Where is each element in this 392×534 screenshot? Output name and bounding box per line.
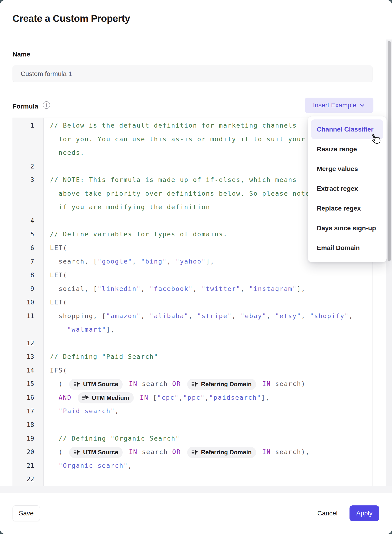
code-string: "bing" — [141, 258, 167, 265]
code-text: , — [241, 285, 249, 292]
code-comment: // Below is the default definition for m… — [50, 122, 297, 129]
create-custom-property-modal: Create a Custom Property Name Formula i … — [0, 0, 392, 534]
code-text: , — [301, 312, 310, 320]
code-string: "facebook" — [149, 285, 193, 292]
code-keyword: AND — [50, 394, 76, 401]
code-row: // Defining "Organic Search" — [50, 432, 372, 445]
code-string: "alibaba" — [149, 312, 189, 320]
code-keyword: IN — [258, 380, 271, 387]
code-text: , — [349, 312, 353, 320]
code-comment: // Defining "Paid Search" — [50, 353, 158, 360]
code-text: IFS( — [50, 367, 67, 374]
name-input[interactable] — [13, 66, 373, 82]
code-row: ( UTM Source IN search OR Referring Doma… — [50, 377, 372, 391]
property-chip[interactable]: UTM Source — [69, 447, 123, 458]
info-icon[interactable]: i — [43, 101, 50, 109]
code-keyword: OR — [172, 448, 185, 455]
code-keyword: OR — [172, 380, 185, 387]
property-chip[interactable]: Referring Domain — [187, 379, 256, 390]
menu-item-merge-values[interactable]: Merge values — [311, 159, 383, 179]
insert-example-button[interactable]: Insert Example — [305, 98, 373, 113]
name-label: Name — [13, 51, 30, 58]
code-string: "shopify" — [310, 312, 349, 320]
line-number: 15 — [13, 377, 43, 391]
menu-item-extract-regex[interactable]: Extract regex — [311, 179, 383, 198]
code-comment: if you are modifying the definition — [50, 203, 210, 211]
code-text: search) — [271, 380, 306, 387]
property-type-icon — [191, 449, 199, 455]
line-number: 16 — [13, 391, 43, 405]
property-type-icon — [74, 381, 81, 387]
line-number: 13 — [13, 350, 43, 364]
code-text: ( — [50, 448, 67, 455]
code-keyword: IN — [258, 448, 271, 455]
line-number: 17 — [13, 405, 43, 418]
property-type-icon — [191, 381, 199, 387]
line-number: 12 — [13, 336, 43, 350]
page-title: Create a Custom Property — [13, 13, 130, 24]
cancel-button[interactable]: Cancel — [312, 506, 343, 521]
property-type-icon — [74, 449, 81, 455]
line-number: 18 — [13, 418, 43, 432]
code-row — [50, 418, 372, 432]
code-text: , — [205, 394, 209, 401]
insert-example-label: Insert Example — [313, 102, 356, 109]
code-string: "Organic search" — [50, 462, 128, 469]
chevron-down-icon — [359, 103, 365, 108]
code-row: LET( — [50, 268, 372, 282]
code-comment: // NOTE: This formula is made up of if-e… — [50, 176, 297, 183]
code-row: AND UTM Medium IN ["cpc","ppc","paidsear… — [50, 391, 372, 405]
code-text: ], — [261, 394, 270, 401]
code-text: shopping, [ — [50, 312, 106, 320]
code-text: , — [141, 312, 149, 320]
line-number: 8 — [13, 268, 43, 282]
line-number: 9 — [13, 282, 43, 296]
code-text: , — [267, 312, 275, 320]
menu-item-replace-regex[interactable]: Replace regex — [311, 198, 383, 218]
code-string: "Paid search" — [50, 407, 115, 415]
code-string: "google" — [98, 258, 132, 265]
code-text: search, [ — [50, 258, 98, 265]
menu-item-email-domain[interactable]: Email Domain — [311, 238, 383, 258]
code-string: "instagram" — [249, 285, 297, 292]
code-string: "walmart" — [67, 326, 106, 333]
property-chip[interactable]: UTM Source — [69, 379, 123, 390]
code-text: social, [ — [50, 285, 98, 292]
code-text: ], — [297, 285, 305, 292]
line-number: 14 — [13, 364, 43, 377]
code-text: search), — [271, 448, 310, 455]
save-button[interactable]: Save — [13, 506, 40, 521]
code-text: , — [132, 258, 141, 265]
formula-label: Formula — [13, 103, 38, 110]
modal-scrollbar-thumb[interactable] — [387, 41, 391, 261]
property-chip-label: UTM Source — [83, 449, 118, 456]
code-text: , — [141, 285, 149, 292]
code-row: // Defining "Paid Search" — [50, 350, 372, 364]
line-number: 22 — [13, 473, 43, 486]
code-comment: // Define variables for types of domains… — [50, 231, 228, 238]
code-text: search — [137, 380, 172, 387]
code-text: LET( — [50, 244, 67, 251]
apply-button[interactable]: Apply — [350, 506, 379, 521]
property-chip[interactable]: Referring Domain — [187, 447, 256, 458]
code-text: , — [179, 394, 183, 401]
menu-item-days-since-sign-up[interactable]: Days since sign-up — [311, 218, 383, 238]
code-text: , — [189, 312, 197, 320]
line-number: 11 — [13, 309, 43, 336]
line-number: 20 — [13, 445, 43, 459]
code-text: , — [128, 462, 132, 469]
property-chip[interactable]: UTM Medium — [78, 392, 134, 403]
code-string: "amazon" — [106, 312, 141, 320]
code-keyword: IN — [125, 380, 137, 387]
line-number: 4 — [13, 214, 43, 228]
code-row — [50, 336, 372, 350]
code-comment: for you. You can use this as-is or modif… — [50, 136, 306, 143]
code-text: [ — [153, 394, 157, 401]
property-type-icon — [82, 395, 89, 401]
code-row: IFS( — [50, 364, 372, 377]
code-text: , — [193, 285, 201, 292]
code-text: search — [137, 448, 172, 455]
code-comment: // Defining "Organic Search" — [50, 435, 180, 442]
code-text: ( — [50, 380, 67, 387]
code-text: , — [232, 312, 241, 320]
